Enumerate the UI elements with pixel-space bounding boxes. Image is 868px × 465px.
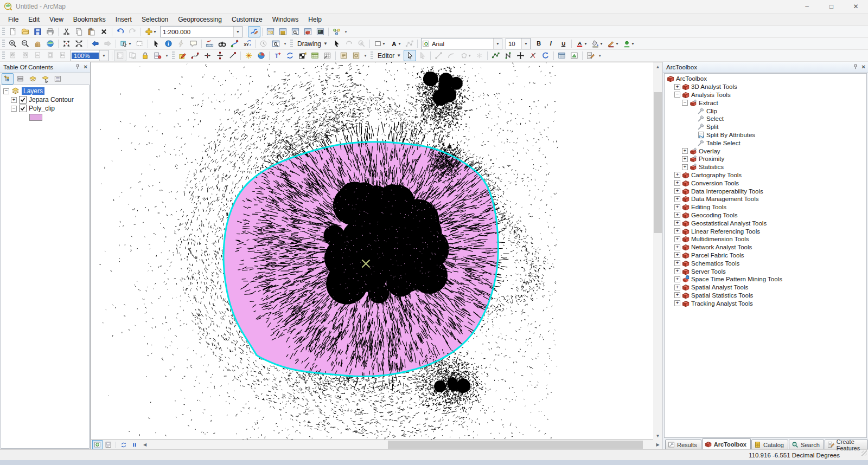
toolbar-overflow-icon[interactable]: ▾: [282, 38, 288, 49]
save-document-button[interactable]: [31, 26, 44, 37]
toolbox-item-label[interactable]: Table Select: [706, 140, 741, 146]
toolbar-overflow-icon[interactable]: ▾: [597, 50, 603, 61]
select-elements-button[interactable]: [150, 38, 162, 49]
toolbox-item-split[interactable]: Split: [667, 123, 866, 131]
toolbox-item-label[interactable]: Spatial Statistics Tools: [691, 292, 753, 299]
scroll-down-icon[interactable]: ▼: [653, 431, 662, 440]
data-driven-pages-button[interactable]: [151, 50, 164, 61]
endpoint-arc-segment-button[interactable]: [445, 50, 457, 61]
dock-tab-results[interactable]: Results: [665, 440, 701, 449]
data-view-button[interactable]: [92, 440, 103, 449]
pin-icon[interactable]: [852, 63, 859, 71]
menu-edit[interactable]: Edit: [23, 14, 44, 25]
expand-icon[interactable]: +: [674, 276, 680, 282]
toolbox-item-conversion-tools[interactable]: +Conversion Tools: [667, 179, 866, 187]
expand-icon[interactable]: +: [674, 292, 680, 298]
editor-toolbar-toggle-button[interactable]: [248, 26, 260, 37]
zoom-out-button[interactable]: [19, 38, 31, 49]
underline-button[interactable]: U: [557, 38, 570, 49]
expand-icon[interactable]: +: [674, 252, 680, 258]
toolbox-item-geocoding-tools[interactable]: +Geocoding Tools: [667, 211, 866, 219]
toolbox-item-multidimension-tools[interactable]: +Multidimension Tools: [667, 235, 866, 243]
text-tool-button[interactable]: A▾: [387, 38, 403, 49]
toolbar-overflow-icon[interactable]: ▾: [164, 50, 170, 61]
menu-file[interactable]: File: [3, 14, 23, 25]
toolbar-grip[interactable]: [2, 51, 5, 60]
expand-icon[interactable]: +: [674, 300, 680, 306]
menu-geoprocessing[interactable]: Geoprocessing: [173, 14, 227, 25]
expand-icon[interactable]: +: [674, 220, 680, 226]
fishnet-links-button[interactable]: [321, 50, 334, 61]
edit-tool-arrow-button[interactable]: [404, 50, 416, 61]
expand-icon[interactable]: +: [682, 148, 688, 154]
toolbar-grip[interactable]: [2, 40, 5, 48]
cogo-tool-1-button[interactable]: [337, 50, 350, 61]
map-vertical-scrollbar[interactable]: ▲ ▼: [653, 62, 662, 440]
scroll-up-icon[interactable]: ▲: [653, 62, 662, 71]
topology-edit-tool-button[interactable]: [176, 50, 189, 61]
zoom-in-button[interactable]: [7, 38, 19, 49]
expand-icon[interactable]: +: [674, 268, 680, 274]
open-document-button[interactable]: [19, 26, 31, 37]
fill-color-button[interactable]: ▾: [589, 38, 605, 49]
layout-focus-data-frame-button[interactable]: [126, 50, 139, 61]
layout-toggle-draft-mode-button[interactable]: [114, 50, 126, 61]
editor-menu[interactable]: Editor▼: [375, 50, 404, 61]
edit-annotation-tool-button[interactable]: [416, 50, 429, 61]
list-by-drawing-order-button[interactable]: [2, 73, 14, 85]
map-topology-button[interactable]: [255, 50, 267, 61]
find-route-button[interactable]: [228, 38, 241, 49]
toolbox-item-label[interactable]: Overlay: [699, 148, 720, 154]
edit-vertices-button[interactable]: [403, 38, 416, 49]
toolbox-item-label[interactable]: Editing Tools: [691, 204, 726, 210]
toolbox-item-tracking-analyst-tools[interactable]: +Tracking Analyst Tools: [667, 299, 866, 307]
toolbox-item-spatial-analyst-tools[interactable]: +Spatial Analyst Tools: [667, 283, 866, 292]
toolbox-item-statistics[interactable]: +Statistics: [667, 163, 866, 171]
map-scale-combo[interactable]: 1:200.000▼: [160, 26, 242, 37]
list-by-visibility-button[interactable]: [27, 73, 39, 85]
fixed-zoom-in-button[interactable]: [60, 38, 73, 49]
expand-icon[interactable]: +: [674, 180, 680, 186]
toolbar-grip[interactable]: [2, 28, 5, 36]
toolbox-item-server-tools[interactable]: +Server Tools: [667, 267, 866, 275]
list-by-source-button[interactable]: [14, 73, 26, 85]
toolbox-item-label[interactable]: 3D Analyst Tools: [691, 83, 737, 90]
toolbox-item-label[interactable]: Spatial Analyst Tools: [691, 284, 748, 290]
drawing-menu[interactable]: Drawing▼: [295, 38, 330, 49]
toolbox-item-proximity[interactable]: +Proximity: [667, 155, 866, 163]
toolbox-item-editing-tools[interactable]: +Editing Tools: [667, 203, 866, 211]
italic-button[interactable]: I: [545, 38, 557, 49]
reshape-feature-button[interactable]: [489, 50, 502, 61]
toolbox-item-label[interactable]: Clip: [706, 108, 717, 114]
scroll-right-icon[interactable]: ▶: [653, 440, 662, 449]
toolbox-item-label[interactable]: Analysis Tools: [691, 92, 731, 98]
line-color-button[interactable]: ▾: [605, 38, 621, 49]
layout-zoom-out-button[interactable]: [19, 50, 31, 61]
rotate-tool-button[interactable]: [539, 50, 552, 61]
toolbox-item-analysis-tools[interactable]: −Analysis Tools: [667, 91, 866, 99]
expand-icon[interactable]: +: [674, 244, 680, 250]
toolbox-item-label[interactable]: Linear Referencing Tools: [691, 228, 760, 235]
toolbox-item-label[interactable]: Data Management Tools: [691, 196, 758, 202]
zoom-to-selected-elements-button[interactable]: [355, 38, 368, 49]
toolbox-item-geostatistical-analyst-tools[interactable]: +Geostatistical Analyst Tools: [667, 219, 866, 227]
go-to-xy-button[interactable]: XY: [241, 38, 253, 49]
identify-button[interactable]: [162, 38, 175, 49]
layers-root-label[interactable]: Layers: [22, 87, 44, 95]
expand-icon[interactable]: +: [674, 188, 680, 194]
toolbox-item-split-by-attributes[interactable]: Split By Attributes: [667, 131, 866, 139]
layer-label[interactable]: Jepara Contour: [29, 96, 74, 104]
expand-icon[interactable]: +: [674, 172, 680, 178]
close-icon[interactable]: ✕: [84, 64, 88, 70]
font-color-button[interactable]: A▾: [573, 38, 589, 49]
undo-button[interactable]: [114, 26, 126, 37]
toolbox-item-label[interactable]: Geostatistical Analyst Tools: [691, 220, 767, 227]
print-button[interactable]: [44, 26, 56, 37]
midpoint-tool-button[interactable]: [473, 50, 486, 61]
map-canvas[interactable]: [91, 62, 653, 440]
shape-tool-button[interactable]: ▾: [372, 38, 387, 49]
html-popup-button[interactable]: [187, 38, 200, 49]
expand-icon[interactable]: +: [674, 228, 680, 234]
toolbox-item-label[interactable]: Network Analyst Tools: [691, 244, 752, 250]
table-of-contents-window-button[interactable]: [264, 26, 277, 37]
